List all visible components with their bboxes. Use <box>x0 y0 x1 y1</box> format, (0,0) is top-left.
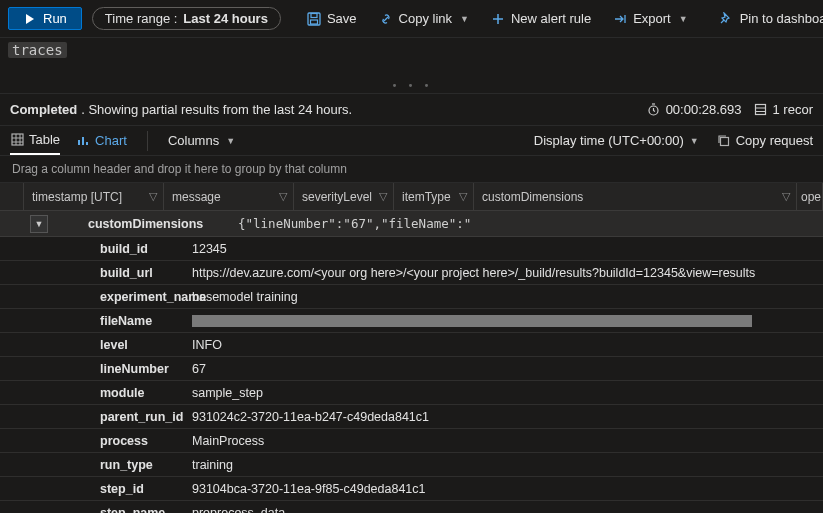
chevron-down-icon: ▼ <box>226 136 235 146</box>
chart-icon <box>76 134 90 148</box>
col-severity[interactable]: severityLevel ▽ <box>294 183 394 210</box>
chevron-down-icon: ▼ <box>690 136 699 146</box>
link-icon <box>379 12 393 26</box>
detail-row: modulesample_step <box>0 381 823 405</box>
col-operation-label: ope <box>801 190 821 204</box>
pin-icon <box>720 12 734 26</box>
detail-value: 67 <box>192 362 823 376</box>
separator <box>147 131 148 151</box>
chevron-down-icon: ▼ <box>679 14 688 24</box>
display-time-label: Display time (UTC+00:00) <box>534 133 684 148</box>
detail-value: 931024c2-3720-11ea-b247-c49deda841c1 <box>192 410 823 424</box>
new-alert-button[interactable]: New alert rule <box>481 7 601 30</box>
detail-row: parent_run_id931024c2-3720-11ea-b247-c49… <box>0 405 823 429</box>
grid-header: timestamp [UTC] ▽ message ▽ severityLeve… <box>0 183 823 211</box>
detail-key: run_type <box>0 458 192 472</box>
col-severity-label: severityLevel <box>302 190 372 204</box>
group-by-hint[interactable]: Drag a column header and drop it here to… <box>0 156 823 183</box>
copy-link-button[interactable]: Copy link ▼ <box>369 7 479 30</box>
export-label: Export <box>633 11 671 26</box>
detail-key: build_id <box>0 242 192 256</box>
detail-value: 12345 <box>192 242 823 256</box>
col-message-label: message <box>172 190 221 204</box>
new-alert-label: New alert rule <box>511 11 591 26</box>
filter-icon[interactable]: ▽ <box>782 190 790 203</box>
status-bar: Completed . Showing partial results from… <box>0 94 823 126</box>
svg-rect-6 <box>12 134 23 145</box>
records-count: 1 recor <box>773 102 813 117</box>
col-customdimensions-label: customDimensions <box>482 190 583 204</box>
copy-request-label: Copy request <box>736 133 813 148</box>
detail-value: 93104bca-3720-11ea-9f85-c49deda841c1 <box>192 482 823 496</box>
query-editor[interactable]: traces • • • <box>0 38 823 94</box>
detail-key: experiment_name <box>0 290 192 304</box>
save-label: Save <box>327 11 357 26</box>
collapse-toggle[interactable]: ▼ <box>30 215 48 233</box>
detail-row: experiment_namebasemodel training <box>0 285 823 309</box>
svg-marker-0 <box>26 14 34 24</box>
detail-value: basemodel training <box>192 290 823 304</box>
detail-value: training <box>192 458 823 472</box>
detail-value: https://dev.azure.com/<your org here>/<y… <box>192 266 823 280</box>
resize-grip[interactable]: • • • <box>391 80 431 91</box>
col-customdimensions[interactable]: customDimensions ▽ <box>474 183 797 210</box>
detail-value: INFO <box>192 338 823 352</box>
detail-row: run_typetraining <box>0 453 823 477</box>
filter-icon[interactable]: ▽ <box>279 190 287 203</box>
col-timestamp[interactable]: timestamp [UTC] ▽ <box>24 183 164 210</box>
time-range-button[interactable]: Time range : Last 24 hours <box>92 7 281 30</box>
play-icon <box>23 12 37 26</box>
export-button[interactable]: Export ▼ <box>603 7 698 30</box>
filter-icon[interactable]: ▽ <box>149 190 157 203</box>
detail-row: processMainProcess <box>0 429 823 453</box>
svg-rect-1 <box>308 13 320 25</box>
detail-key: step_name <box>0 506 192 514</box>
plus-icon <box>491 12 505 26</box>
query-text: traces <box>8 42 67 58</box>
detail-row: build_urlhttps://dev.azure.com/<your org… <box>0 261 823 285</box>
svg-rect-7 <box>721 138 729 146</box>
status-completed: Completed <box>10 102 77 117</box>
table-icon <box>10 133 24 147</box>
detail-key: lineNumber <box>0 362 192 376</box>
col-timestamp-label: timestamp [UTC] <box>32 190 122 204</box>
stopwatch-icon <box>647 103 661 117</box>
copy-icon <box>717 134 731 148</box>
floppy-icon <box>307 12 321 26</box>
detail-row: step_id93104bca-3720-11ea-9f85-c49deda84… <box>0 477 823 501</box>
export-icon <box>613 12 627 26</box>
tab-chart-label: Chart <box>95 133 127 148</box>
pin-label: Pin to dashboard <box>740 11 823 26</box>
save-button[interactable]: Save <box>297 7 367 30</box>
details-container: build_id12345build_urlhttps://dev.azure.… <box>0 237 823 513</box>
detail-key: module <box>0 386 192 400</box>
elapsed-time: 00:00:28.693 <box>666 102 742 117</box>
col-operation[interactable]: ope <box>797 183 823 210</box>
col-message[interactable]: message ▽ <box>164 183 294 210</box>
tab-table[interactable]: Table <box>10 126 60 155</box>
expanded-group-row[interactable]: ▼ customDimensions {"lineNumber":"67","f… <box>0 211 823 237</box>
detail-key: step_id <box>0 482 192 496</box>
detail-key: level <box>0 338 192 352</box>
copy-request-button[interactable]: Copy request <box>717 133 813 148</box>
svg-rect-3 <box>310 20 317 24</box>
detail-row: build_id12345 <box>0 237 823 261</box>
filter-icon[interactable]: ▽ <box>459 190 467 203</box>
columns-button[interactable]: Columns ▼ <box>168 126 235 155</box>
results-tabs-bar: Table Chart Columns ▼ Display time (UTC+… <box>0 126 823 156</box>
detail-value: MainProcess <box>192 434 823 448</box>
chevron-down-icon: ▼ <box>460 14 469 24</box>
run-button[interactable]: Run <box>8 7 82 30</box>
filter-icon[interactable]: ▽ <box>379 190 387 203</box>
time-range-prefix: Time range : <box>105 11 178 26</box>
pin-button[interactable]: Pin to dashboard <box>710 7 823 30</box>
display-time-button[interactable]: Display time (UTC+00:00) ▼ <box>534 133 699 148</box>
group-key: customDimensions <box>88 217 208 231</box>
col-itemtype[interactable]: itemType ▽ <box>394 183 474 210</box>
svg-rect-2 <box>311 13 317 17</box>
records-icon <box>754 103 768 117</box>
tab-table-label: Table <box>29 132 60 147</box>
detail-value <box>192 314 823 328</box>
detail-row: step_namepreprocess_data <box>0 501 823 513</box>
tab-chart[interactable]: Chart <box>76 126 127 155</box>
